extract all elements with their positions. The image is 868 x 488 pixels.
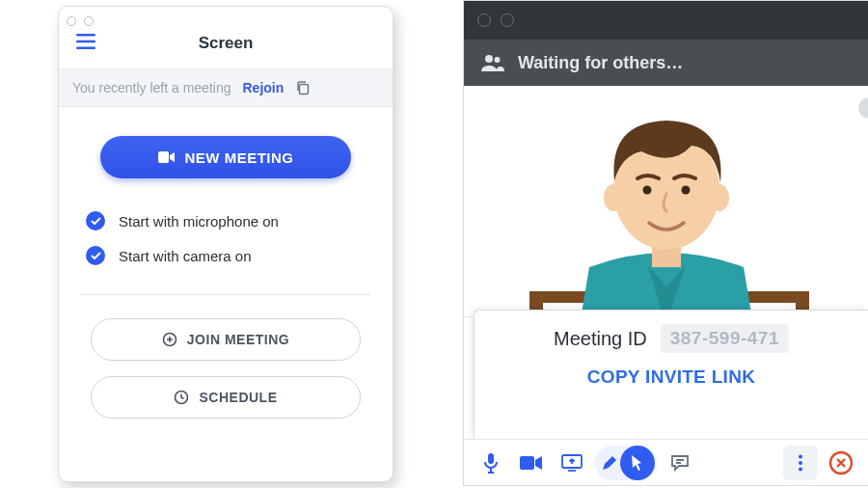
svg-rect-18 <box>488 453 494 464</box>
svg-rect-19 <box>520 456 534 470</box>
join-meeting-button[interactable]: JOIN MEETING <box>91 318 361 361</box>
main-window: Screen You recently left a meeting Rejoi… <box>58 6 393 482</box>
toggle-list: Start with microphone on Start with came… <box>80 203 371 295</box>
main-content: NEW MEETING Start with microphone on Sta… <box>59 107 393 419</box>
copy-button[interactable] <box>295 80 311 95</box>
clock-icon <box>174 390 189 405</box>
svg-point-17 <box>681 186 690 195</box>
toggle-mic[interactable]: Start with microphone on <box>86 203 371 238</box>
camera-button[interactable] <box>514 446 549 480</box>
schedule-button[interactable]: SCHEDULE <box>91 376 361 419</box>
share-screen-icon <box>561 454 583 472</box>
svg-point-22 <box>799 461 802 465</box>
window-titlebar <box>464 1 868 40</box>
svg-point-8 <box>495 57 501 63</box>
close-circle-icon <box>828 450 854 475</box>
meeting-window: Waiting for others… <box>463 0 868 486</box>
toggle-camera[interactable]: Start with camera on <box>86 238 371 273</box>
svg-point-16 <box>642 186 651 195</box>
rejoin-link[interactable]: Rejoin <box>242 80 284 95</box>
copy-icon <box>295 80 311 95</box>
svg-rect-0 <box>76 34 95 36</box>
people-icon <box>481 54 504 71</box>
new-meeting-label: NEW MEETING <box>185 149 294 166</box>
mic-button[interactable] <box>474 446 508 480</box>
meeting-toolbar <box>464 439 868 485</box>
page-title: Screen <box>199 34 254 53</box>
chat-button[interactable] <box>663 446 697 480</box>
traffic-light-minimize[interactable] <box>501 14 514 27</box>
hamburger-icon <box>76 34 95 49</box>
meeting-info-panel: Meeting ID 387-599-471 COPY INVITE LINK <box>474 310 868 439</box>
video-icon <box>158 150 176 164</box>
toggle-camera-label: Start with camera on <box>119 248 252 264</box>
plus-circle-icon <box>162 332 177 347</box>
schedule-label: SCHEDULE <box>199 390 277 405</box>
end-call-button[interactable] <box>824 446 858 480</box>
meeting-id-value[interactable]: 387-599-471 <box>661 324 789 353</box>
status-bar: Waiting for others… <box>464 40 868 86</box>
more-button[interactable] <box>783 446 818 480</box>
traffic-light-minimize[interactable] <box>84 16 94 26</box>
svg-point-23 <box>799 467 802 471</box>
window-chrome <box>59 7 393 26</box>
toggle-mic-label: Start with microphone on <box>119 213 279 230</box>
microphone-icon <box>481 452 501 474</box>
annotate-button[interactable] <box>595 446 657 480</box>
meeting-id-label: Meeting ID <box>554 328 647 350</box>
video-area <box>464 86 868 317</box>
menu-button[interactable] <box>76 34 95 49</box>
cursor-icon <box>630 454 645 472</box>
header: Screen <box>59 26 393 61</box>
svg-point-7 <box>485 55 493 63</box>
chat-icon <box>670 454 690 472</box>
avatar <box>502 94 830 317</box>
svg-point-14 <box>604 184 623 211</box>
status-text: Waiting for others… <box>518 53 683 73</box>
video-icon <box>520 455 543 471</box>
checked-icon <box>86 246 105 265</box>
svg-rect-2 <box>76 47 95 49</box>
copy-invite-link-button[interactable]: COPY INVITE LINK <box>475 366 868 388</box>
share-screen-button[interactable] <box>555 446 589 480</box>
traffic-light-close[interactable] <box>67 16 76 26</box>
join-meeting-label: JOIN MEETING <box>187 332 289 347</box>
checked-icon <box>86 211 105 230</box>
svg-point-21 <box>799 454 802 458</box>
svg-point-15 <box>710 184 729 211</box>
svg-rect-1 <box>76 41 95 42</box>
traffic-light-close[interactable] <box>477 14 491 27</box>
new-meeting-button[interactable]: NEW MEETING <box>100 136 351 178</box>
svg-rect-4 <box>158 151 169 163</box>
svg-rect-3 <box>300 85 309 95</box>
pen-icon <box>601 454 618 472</box>
more-vertical-icon <box>798 454 803 472</box>
collapse-handle[interactable] <box>858 97 868 119</box>
rejoin-banner: You recently left a meeting Rejoin <box>59 68 393 107</box>
meeting-id-row: Meeting ID 387-599-471 <box>475 324 868 353</box>
banner-text: You recently left a meeting <box>72 80 231 95</box>
